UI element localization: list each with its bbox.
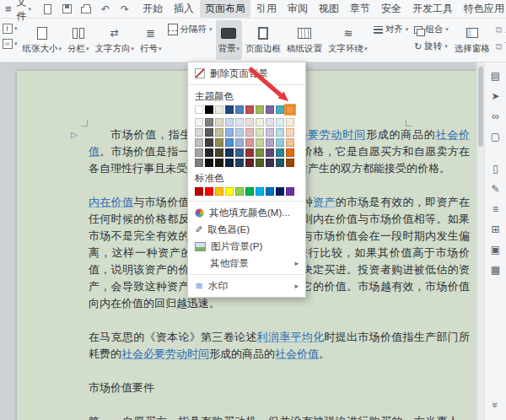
selection-pane-button[interactable]: 选择窗格 xyxy=(452,20,493,60)
picture-background-item[interactable]: 图片背景(P) xyxy=(188,238,305,255)
line-number-button[interactable]: ≣ 行号▾ xyxy=(137,20,164,60)
theme-color-swatch[interactable] xyxy=(195,118,203,127)
theme-color-swatch[interactable] xyxy=(225,148,234,157)
properties-icon[interactable]: ▤ xyxy=(491,71,500,81)
theme-color-swatch[interactable] xyxy=(276,159,284,167)
theme-color-swatch[interactable] xyxy=(205,105,213,114)
theme-color-swatch[interactable] xyxy=(245,118,254,127)
standard-color-swatch[interactable] xyxy=(225,187,234,196)
theme-color-swatch[interactable] xyxy=(286,159,294,167)
image-icon[interactable]: ▦ xyxy=(491,265,500,275)
tab-references[interactable]: 引用 xyxy=(251,0,282,18)
theme-color-swatch[interactable] xyxy=(205,118,213,127)
standard-color-swatch[interactable] xyxy=(266,187,274,196)
paper-size-button[interactable]: 纸张大小▾ xyxy=(20,20,65,60)
theme-color-swatch[interactable] xyxy=(256,128,264,137)
theme-color-swatch[interactable] xyxy=(256,138,264,147)
standard-color-swatch[interactable] xyxy=(276,187,284,196)
more-fill-colors-item[interactable]: 其他填充颜色(M)... xyxy=(188,204,305,221)
theme-color-swatch[interactable] xyxy=(225,118,234,127)
theme-color-swatch[interactable] xyxy=(195,138,203,147)
send-backward-button[interactable]: ⧉ 下移一层▾ xyxy=(493,40,506,53)
theme-color-swatch[interactable] xyxy=(286,138,294,147)
theme-color-swatch[interactable] xyxy=(256,148,264,157)
orientation-button[interactable]: ▾ xyxy=(1,38,19,50)
other-background-item[interactable]: 其他背景▸ xyxy=(188,255,305,272)
grid-icon[interactable]: ⊞ xyxy=(491,224,499,234)
theme-color-swatch[interactable] xyxy=(205,148,213,157)
theme-color-swatch[interactable] xyxy=(276,118,284,127)
theme-color-swatch[interactable] xyxy=(235,159,244,167)
theme-color-swatch[interactable] xyxy=(205,128,213,137)
standard-color-swatch[interactable] xyxy=(235,187,244,196)
theme-color-swatch[interactable] xyxy=(195,159,203,167)
theme-color-swatch[interactable] xyxy=(256,118,264,127)
theme-color-swatch[interactable] xyxy=(276,105,284,114)
select-cursor-icon[interactable]: ➤ xyxy=(491,91,499,101)
hyperlink[interactable]: 内在价值 xyxy=(89,196,133,208)
page-border-button[interactable]: 页面边框 xyxy=(243,20,283,60)
columns-button[interactable]: 分栏▾ xyxy=(65,20,92,60)
standard-color-swatch[interactable] xyxy=(256,187,264,196)
theme-color-swatch[interactable] xyxy=(266,105,274,114)
theme-color-swatch[interactable] xyxy=(276,148,284,157)
print-button[interactable] xyxy=(80,3,92,15)
frame-icon[interactable]: ▢ xyxy=(491,132,500,142)
file-menu-button[interactable]: 文件▾ xyxy=(17,0,32,24)
save-button[interactable] xyxy=(61,3,73,15)
watermark-item[interactable]: ≋水印▸ xyxy=(188,277,305,294)
new-doc-button[interactable] xyxy=(41,3,53,15)
theme-color-swatch[interactable] xyxy=(245,148,254,157)
pen-icon[interactable]: ✎ xyxy=(491,184,499,194)
tab-view[interactable]: 视图 xyxy=(314,0,344,18)
theme-color-swatch[interactable] xyxy=(235,138,244,147)
hamburger-menu-icon[interactable]: ≡ xyxy=(5,3,12,15)
theme-color-swatch[interactable] xyxy=(205,159,213,167)
tab-insert[interactable]: 插入 xyxy=(169,0,199,18)
theme-color-swatch[interactable] xyxy=(195,128,203,137)
tab-start[interactable]: 开始 xyxy=(137,0,168,18)
margins-button[interactable]: ▾ xyxy=(1,23,19,35)
group-button[interactable]: 组合▾ xyxy=(412,23,451,36)
text-wrap-button[interactable]: ≋ 文字环绕▾ xyxy=(326,20,370,60)
color-picker-item[interactable]: ✎取色器(E) xyxy=(188,221,305,238)
theme-color-swatch[interactable] xyxy=(286,118,294,127)
theme-color-swatch[interactable] xyxy=(276,138,284,147)
theme-color-swatch[interactable] xyxy=(266,159,274,167)
rotate-button[interactable]: ↻ 旋转▾ xyxy=(412,40,451,53)
theme-color-swatch[interactable] xyxy=(256,105,264,114)
theme-color-swatch[interactable] xyxy=(215,148,223,157)
theme-color-swatch[interactable] xyxy=(266,138,274,147)
tab-dev-tools[interactable]: 开发工具 xyxy=(407,0,458,18)
hyperlink[interactable]: 社会价值 xyxy=(275,347,319,360)
hyperlink[interactable]: 资产 xyxy=(313,196,336,208)
tab-page-layout[interactable]: 页面布局 xyxy=(200,0,250,18)
theme-color-swatch[interactable] xyxy=(225,159,234,167)
theme-color-swatch[interactable] xyxy=(276,128,284,137)
delete-page-background-item[interactable]: 删除页面背景 xyxy=(188,65,305,82)
tab-review[interactable]: 审阅 xyxy=(283,0,313,18)
manuscript-settings-button[interactable]: 稿纸设置 xyxy=(284,20,325,60)
vertical-scrollbar[interactable] xyxy=(476,62,484,420)
text-direction-button[interactable]: ⇄ 文字方向▾ xyxy=(93,20,137,60)
theme-color-swatch[interactable] xyxy=(215,128,223,137)
theme-color-swatch[interactable] xyxy=(235,148,244,157)
theme-color-swatch[interactable] xyxy=(286,148,294,157)
theme-color-swatch[interactable] xyxy=(245,138,254,147)
theme-color-swatch[interactable] xyxy=(235,128,244,137)
bring-forward-button[interactable]: ⧉ 上移一层▾ xyxy=(493,23,506,36)
tab-section[interactable]: 章节 xyxy=(345,0,375,18)
chevron-double-down-icon[interactable]: » xyxy=(491,402,501,408)
theme-color-swatch[interactable] xyxy=(205,138,213,147)
scrollbar-thumb[interactable] xyxy=(478,67,483,147)
theme-color-swatch[interactable] xyxy=(215,138,223,147)
theme-color-swatch[interactable] xyxy=(235,105,244,114)
hyperlink[interactable]: 社会必要劳动时间 xyxy=(121,347,209,360)
document-icon[interactable]: ▯ xyxy=(493,164,498,174)
standard-color-swatch[interactable] xyxy=(205,187,213,196)
hyperlink[interactable]: 利润率平均化 xyxy=(257,331,325,343)
align-button[interactable]: 对齐▾ xyxy=(371,23,412,36)
standard-color-swatch[interactable] xyxy=(245,187,254,196)
undo-button[interactable]: ↶ xyxy=(100,3,111,15)
theme-color-swatch[interactable] xyxy=(225,128,234,137)
